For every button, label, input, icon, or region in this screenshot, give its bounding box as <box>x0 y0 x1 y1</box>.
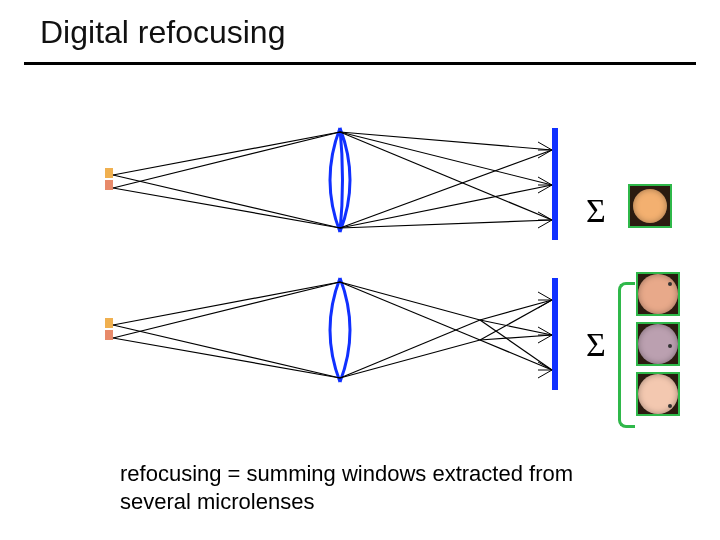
sum-bracket <box>618 282 635 428</box>
lens-bot-right <box>340 278 350 382</box>
patch-blur-c <box>636 372 680 416</box>
ray <box>340 282 480 340</box>
lens-bot-left <box>330 278 340 382</box>
svg-line-11 <box>538 300 552 308</box>
optics-diagram <box>0 0 720 540</box>
patch-focused <box>628 184 672 228</box>
svg-line-15 <box>538 362 552 370</box>
sigma-bottom: Σ <box>586 326 606 364</box>
ray <box>113 282 340 338</box>
sample-dot <box>668 282 672 286</box>
patch-blur-a-disc <box>638 274 678 314</box>
ray <box>113 132 340 188</box>
object-point-bot-a <box>105 318 113 328</box>
ray <box>113 132 340 175</box>
svg-line-9 <box>538 292 552 300</box>
ray <box>480 335 552 340</box>
patch-blur-a <box>636 272 680 316</box>
ray <box>113 175 340 228</box>
lens-top-left <box>330 128 340 232</box>
sigma-top: Σ <box>586 192 606 230</box>
ray <box>480 300 552 320</box>
object-point-top-b <box>105 180 113 190</box>
ray <box>340 320 480 378</box>
object-point-top-a <box>105 168 113 178</box>
ray <box>340 132 552 185</box>
sample-dot <box>668 344 672 348</box>
ray <box>113 338 340 378</box>
patch-focused-disc <box>633 189 667 223</box>
caption: refocusing = summing windows extracted f… <box>120 460 600 515</box>
ray <box>340 132 552 150</box>
ray <box>113 282 340 325</box>
svg-line-17 <box>538 370 552 378</box>
ray <box>340 340 480 378</box>
svg-line-8 <box>538 220 552 228</box>
ray <box>113 188 340 228</box>
slide: Digital refocusing <box>0 0 720 540</box>
sample-dot <box>668 404 672 408</box>
ray <box>340 150 552 228</box>
ray <box>113 325 340 378</box>
lens-top-right <box>340 128 350 232</box>
ray <box>340 282 480 320</box>
svg-line-6 <box>538 212 552 220</box>
patch-blur-b-disc <box>638 324 678 364</box>
object-point-bot-b <box>105 330 113 340</box>
patch-blur-c-disc <box>638 374 678 414</box>
patch-blur-b <box>636 322 680 366</box>
